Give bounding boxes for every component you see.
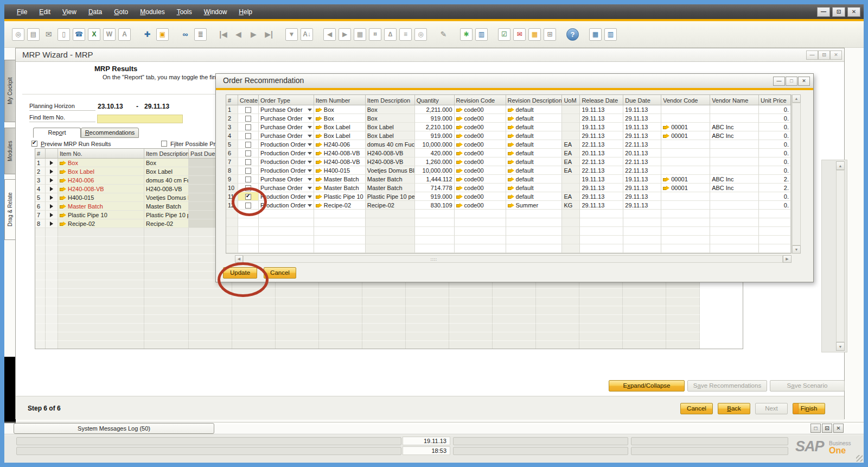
expand-row-icon[interactable] [50, 187, 53, 191]
quantity-cell[interactable]: 10,000.000 [415, 166, 455, 175]
menu-file[interactable]: File [12, 6, 32, 18]
link-arrow-icon[interactable] [316, 186, 322, 191]
link-arrow-icon[interactable] [456, 203, 463, 208]
order-type-cell[interactable]: Production Order [259, 149, 314, 157]
due-date-cell[interactable]: 22.11.13 [623, 166, 661, 175]
dialog-scroll-down-icon[interactable]: ▼ [792, 245, 801, 254]
link-arrow-icon[interactable] [316, 151, 322, 156]
scroll-down-icon[interactable]: ▼ [836, 342, 845, 351]
copy-to-document-icon[interactable]: ▶ [339, 28, 351, 41]
link-arrow-icon[interactable] [316, 116, 322, 121]
create-checkbox[interactable] [245, 116, 251, 122]
release-date-cell[interactable]: 22.11.13 [580, 166, 623, 175]
filter-table-icon[interactable]: ▼ [285, 28, 298, 41]
fax-icon[interactable]: ☎ [73, 28, 85, 41]
link-arrow-icon[interactable] [508, 116, 514, 121]
row-expander[interactable] [46, 219, 58, 228]
sort-table-icon[interactable]: A↓ [301, 28, 313, 41]
create-cell[interactable] [238, 131, 259, 140]
launch-application-icon[interactable]: ✚ [141, 28, 154, 41]
order-type-cell[interactable]: Production Order [259, 166, 314, 175]
link-arrow-icon[interactable] [316, 168, 322, 173]
create-checkbox[interactable] [245, 107, 251, 113]
item-no-cell[interactable]: Recipe-02 [58, 219, 144, 228]
org-chart-icon[interactable]: ⊞ [544, 28, 556, 41]
due-date-cell[interactable]: 29.11.13 [623, 201, 661, 210]
create-cell[interactable] [238, 166, 259, 175]
item-number-cell[interactable]: H240-008-VB [314, 149, 366, 157]
target-document-icon[interactable]: ◎ [414, 28, 427, 41]
row-expander[interactable] [46, 159, 58, 167]
link-arrow-icon[interactable] [508, 203, 514, 208]
wizard-restore-button[interactable]: ⊡ [818, 51, 830, 60]
finish-button[interactable]: Finish [793, 403, 825, 414]
link-arrow-icon[interactable] [456, 125, 463, 130]
due-date-cell[interactable]: 29.11.13 [623, 131, 661, 140]
link-arrow-icon[interactable] [508, 168, 514, 173]
app-restore-button[interactable]: ⊡ [832, 7, 845, 17]
document-printing-icon[interactable]: ☑ [498, 28, 510, 41]
link-arrow-icon[interactable] [316, 134, 322, 138]
user-defined-values-icon[interactable]: ▥ [604, 28, 617, 41]
item-number-cell[interactable]: Master Batch [314, 184, 366, 192]
previous-record-icon[interactable]: ◀ [232, 28, 245, 41]
menu-data[interactable]: Data [84, 6, 107, 18]
quantity-cell[interactable]: 1,260.000 [415, 157, 455, 166]
sidebar-tab-modules[interactable]: Modules [4, 128, 15, 174]
vendor-code-cell[interactable]: 00001 [661, 175, 710, 184]
item-description-cell[interactable]: H240-008-VB [144, 185, 189, 193]
item-no-cell[interactable]: H240-006 [58, 176, 144, 185]
revision-code-cell[interactable]: code00 [455, 192, 506, 201]
vendor-code-cell[interactable] [661, 166, 710, 175]
link-arrow-icon[interactable] [663, 186, 669, 191]
create-cell[interactable] [238, 114, 259, 123]
link-arrow-icon[interactable] [456, 142, 463, 147]
quantity-cell[interactable]: 919.000 [415, 192, 455, 201]
revision-code-cell[interactable]: code00 [455, 157, 506, 166]
revision-description-cell[interactable]: default [506, 131, 563, 140]
user-defined-windows-icon[interactable]: ▦ [589, 28, 602, 41]
wizard-minimize-button[interactable]: — [806, 51, 818, 60]
expand-row-icon[interactable] [50, 213, 53, 217]
create-checkbox[interactable] [245, 176, 251, 182]
due-date-cell[interactable]: 29.11.13 [623, 192, 661, 201]
vendor-code-cell[interactable] [661, 114, 710, 123]
vendor-code-cell[interactable]: 00001 [661, 123, 710, 131]
dropdown-arrow-icon[interactable] [308, 169, 312, 172]
order-type-cell[interactable]: Production Order [259, 201, 314, 210]
due-date-cell[interactable]: 19.11.13 [623, 123, 661, 131]
save-recommendations-button[interactable]: Save Recommendations [687, 380, 767, 392]
dialog-scroll-left-icon[interactable]: ◀ [235, 255, 243, 263]
item-number-cell[interactable]: H240-008-VB [314, 157, 366, 166]
item-number-cell[interactable]: Box Label [314, 131, 366, 140]
help-icon[interactable]: ? [566, 28, 579, 41]
revision-description-cell[interactable]: default [506, 166, 563, 175]
form-settings-icon[interactable]: ✱ [460, 28, 473, 41]
revision-code-cell[interactable]: code00 [455, 140, 506, 149]
dropdown-arrow-icon[interactable] [308, 187, 312, 190]
cancel-button[interactable]: Cancel [680, 403, 713, 414]
revision-code-cell[interactable]: code00 [455, 114, 506, 123]
create-cell[interactable] [238, 105, 259, 114]
app-close-button[interactable]: ✕ [847, 7, 860, 17]
revision-code-cell[interactable]: code00 [455, 123, 506, 131]
find-item-input[interactable] [97, 115, 183, 123]
dropdown-arrow-icon[interactable] [308, 143, 312, 146]
revision-code-cell[interactable]: code00 [455, 131, 506, 140]
create-cell[interactable] [238, 140, 259, 149]
vendor-code-cell[interactable] [661, 105, 710, 114]
export-excel-icon[interactable]: X [88, 28, 100, 41]
email-icon[interactable]: ✉ [42, 28, 55, 41]
menu-view[interactable]: View [58, 6, 81, 18]
link-arrow-icon[interactable] [60, 213, 66, 218]
quantity-cell[interactable]: 2,210.100 [415, 123, 455, 131]
item-description-cell[interactable]: Voetjes Domus Bla [144, 193, 189, 202]
sms-icon[interactable]: ▯ [58, 28, 70, 41]
sidebar-tab-drag-relate[interactable]: Drag & Relate [4, 179, 15, 240]
dialog-hscrollbar[interactable]: ∷∷ [243, 255, 783, 263]
due-date-cell[interactable]: 22.11.13 [623, 157, 661, 166]
base-document-icon[interactable]: ≡ [399, 28, 412, 41]
dialog-maximize-button[interactable]: □ [786, 77, 797, 86]
order-type-cell[interactable]: Production Order [259, 157, 314, 166]
row-expander[interactable] [46, 193, 58, 202]
